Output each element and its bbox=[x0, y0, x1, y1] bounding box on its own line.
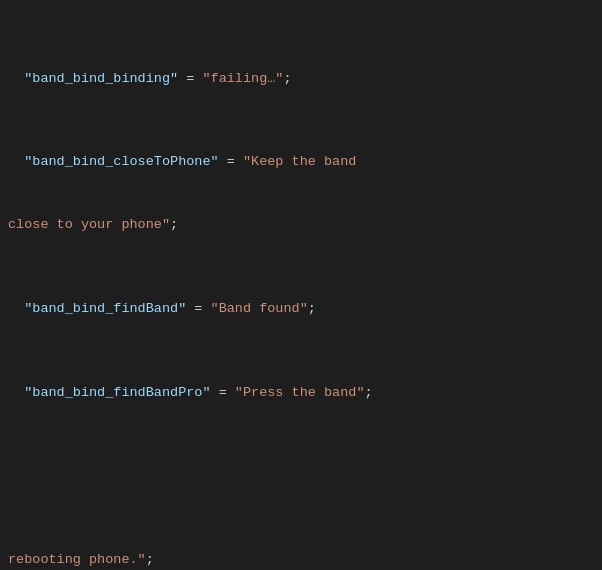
code-val: rebooting phone." bbox=[8, 552, 146, 567]
code-key: "band_bind_findBand" bbox=[24, 301, 186, 316]
code-line: "band_bind_findBandPro" = "Press the ban… bbox=[8, 383, 594, 404]
code-val: "Band found" bbox=[211, 301, 308, 316]
code-line: rebooting phone."; bbox=[8, 550, 594, 570]
code-val: "Keep the band bbox=[243, 154, 356, 169]
code-key: "band_bind_binding" bbox=[24, 71, 178, 86]
code-val: "failing…" bbox=[202, 71, 283, 86]
code-key: "band_bind_closeToPhone" bbox=[24, 154, 218, 169]
code-line: close to your phone"; bbox=[8, 215, 594, 236]
code-eq: = bbox=[178, 71, 202, 86]
code-editor: "band_bind_binding" = "failing…"; "band_… bbox=[0, 0, 602, 570]
code-line: "band_bind_binding" = "failing…"; bbox=[8, 69, 594, 90]
code-val: close to your phone" bbox=[8, 217, 170, 232]
code-key: "band_bind_findBandPro" bbox=[24, 385, 210, 400]
code-line bbox=[8, 466, 594, 487]
code-line: "band_bind_findBand" = "Band found"; bbox=[8, 299, 594, 320]
code-val: "Press the band" bbox=[235, 385, 365, 400]
code-line: "band_bind_closeToPhone" = "Keep the ban… bbox=[8, 152, 594, 173]
